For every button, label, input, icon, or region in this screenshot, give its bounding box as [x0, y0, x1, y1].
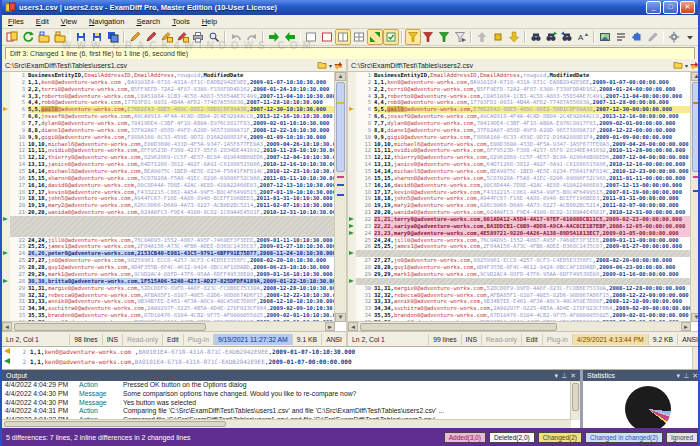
- file-line[interactable]: 65,5,gail0@adventure-works.com,E76D2EA3-…: [2, 106, 335, 113]
- menu-navigation[interactable]: Navigation: [83, 16, 130, 27]
- file-line[interactable]: 1716,16,david0@adventure-works.com,80C8D…: [2, 182, 335, 189]
- match-case-button[interactable]: A: [575, 29, 591, 45]
- file-line[interactable]: 87,7,dylan0@adventure-works.com,70419DE4…: [2, 120, 335, 127]
- file-line[interactable]: 1817,17,kevin0@adventure-works.com,F4332…: [348, 189, 691, 196]
- file-line[interactable]: 2325,25,james1@adventure-works.com,2F84A…: [2, 243, 335, 250]
- statistics-header[interactable]: Statistics ▾ ⊥ ✕: [583, 370, 700, 381]
- save-both-button[interactable]: [105, 29, 121, 45]
- current-diff-button[interactable]: [490, 29, 506, 45]
- new-session-button[interactable]: [4, 29, 20, 45]
- pin-icon[interactable]: ⊥: [683, 370, 689, 381]
- open-second-file-button[interactable]: [52, 29, 68, 45]
- file-line[interactable]: 2322,22,sariya0@adventure-works.com,BA3D…: [348, 223, 691, 230]
- file-line[interactable]: 1211,11,ovidiu0@adventure-works.com,8FF9…: [348, 147, 691, 154]
- line-inspector[interactable]: 21,1,ken0@adventure-works.com ,BA9101E4-…: [2, 346, 700, 370]
- menu-files[interactable]: Files: [2, 16, 30, 27]
- second-file-content[interactable]: 1BusinessEntityID,EmailAddressID,EmailAd…: [348, 72, 691, 322]
- chevron-down-icon[interactable]: ▾: [555, 370, 559, 381]
- file-line[interactable]: 109,9,gigi0@adventure-works.com,F888A160…: [348, 134, 691, 141]
- file-line[interactable]: 1BusinessEntityID,EmailAddressID,EmailAd…: [2, 72, 335, 79]
- file-line[interactable]: 1817,17,kevin0@adventure-works.com,F4332…: [2, 189, 335, 196]
- file-line[interactable]: 2019,19,mary2@adventure-works.com,626C80…: [348, 202, 691, 209]
- report-button[interactable]: [597, 29, 613, 45]
- scroll-down-icon[interactable]: ▼: [691, 313, 700, 322]
- file-line[interactable]: 1413,13,janice0@adventure-works.com,64D7…: [348, 161, 691, 168]
- file-line[interactable]: 1514,14,michael8@adventure-works.com,BEA…: [348, 168, 691, 175]
- file-line[interactable]: 1615,15,sharon0@adventure-works.com,5CD7…: [2, 175, 335, 182]
- file-line[interactable]: 32,2,terri0@adventure-works.com,B5FF9EFD…: [2, 86, 335, 93]
- file-line[interactable]: 2828,28,guy1@adventure-works.com,0D4F355…: [348, 264, 691, 271]
- edit-first-file-button[interactable]: [127, 29, 143, 45]
- scroll-left-icon[interactable]: ◄: [348, 322, 358, 331]
- file-line[interactable]: 3234,34,suchitra0@adventure-works.com,2A…: [2, 305, 335, 312]
- edit-indicator[interactable]: Edit: [522, 334, 543, 345]
- file-line[interactable]: 3133,33,annik0@adventure-works.com,9B34B…: [2, 298, 335, 305]
- file-line[interactable]: 76,6,jossef0@adventure-works.com,A9CA091…: [348, 113, 691, 120]
- edit-indicator[interactable]: Edit: [163, 334, 184, 345]
- file-line[interactable]: 1312,12,thierry0@adventure-works.com,829…: [2, 154, 335, 161]
- horizontal-split-button[interactable]: [351, 29, 367, 45]
- minimize-button[interactable]: _: [646, 1, 661, 14]
- auto-recompare-button[interactable]: [383, 29, 399, 45]
- swap-files-icon[interactable]: [334, 61, 343, 70]
- file-line[interactable]: 21,1,ken0@adventure-works.com ,BA9101E4-…: [2, 79, 335, 86]
- file-line[interactable]: 54,4,rob0@adventure-works.com,17703FD1-0…: [2, 99, 335, 106]
- previous-difference-button[interactable]: [282, 29, 298, 45]
- file-line[interactable]: 3233,33,annik0@adventure-works.com,9B34B…: [348, 298, 691, 305]
- open-file-icon[interactable]: [673, 61, 683, 69]
- recompare-button[interactable]: [20, 29, 36, 45]
- file-line[interactable]: 43,3,roberto0@adventure-works.com,C0A510…: [2, 93, 335, 100]
- file-line[interactable]: 2527,27,jo0@adventure-works.com,98259961…: [2, 257, 335, 264]
- second-file-vertical-scrollbar[interactable]: ▲ ▼: [690, 72, 700, 322]
- file-line[interactable]: 1615,15,sharon0@adventure-works.com,5CD7…: [348, 175, 691, 182]
- plugins-button[interactable]: [629, 29, 645, 45]
- scroll-up-icon[interactable]: ▲: [335, 72, 346, 81]
- filter-all-button[interactable]: [405, 29, 421, 45]
- file-line[interactable]: 2120,20,wanida0@adventure-works.com,024A…: [2, 209, 335, 216]
- file-line[interactable]: 1413,13,janice0@adventure-works.com,64D7…: [2, 161, 335, 168]
- file-line[interactable]: 3132,32,rebecca0@adventure-works.com,AFB…: [348, 292, 691, 299]
- filter-deleted-button[interactable]: [421, 29, 437, 45]
- scroll-down-icon[interactable]: ▼: [335, 313, 346, 322]
- maximize-button[interactable]: □: [663, 1, 678, 14]
- file-line[interactable]: 43,3,roberto0@adventure-works.com,C0A510…: [348, 93, 691, 100]
- menu-help[interactable]: Help: [196, 16, 223, 27]
- next-diff-down-button[interactable]: [506, 29, 522, 45]
- output-header[interactable]: Output ▾ ⊥ ✕: [2, 370, 580, 381]
- previous-diff-disabled-button[interactable]: [474, 29, 490, 45]
- options-gear-button[interactable]: [666, 29, 682, 45]
- file-line[interactable]: 1514,14,michael8@adventure-works.com,BEA…: [2, 168, 335, 175]
- file-line[interactable]: 2426,26,peter0@adventure-works.com,2153C…: [2, 250, 335, 257]
- edit-second-file-button[interactable]: [143, 29, 159, 45]
- print-button[interactable]: [190, 29, 206, 45]
- show-first-only-button[interactable]: [303, 29, 319, 45]
- file-line[interactable]: 3031,31,margie0@adventure-works.com,52DC…: [348, 285, 691, 292]
- file-line[interactable]: 3335,35,brandon0@adventure-works.com,87D…: [2, 312, 335, 319]
- file-line[interactable]: 2120,20,wanida0@adventure-works.com,024A…: [348, 209, 691, 216]
- file-line[interactable]: 2830,30,britta0@adventure-works.com,1F51…: [2, 278, 335, 285]
- file-line[interactable]: 1918,18,john5@adventure-works.com,A944FC…: [348, 195, 691, 202]
- file-line[interactable]: 2221,21,terry0@adventure-works.com,001AD…: [348, 216, 691, 223]
- file-line[interactable]: 2929,29,mark1@adventure-works.com,9C9D2A…: [348, 271, 691, 278]
- synchronize-scrolling-button[interactable]: [367, 29, 383, 45]
- find-next-button[interactable]: [544, 29, 560, 45]
- file-line[interactable]: 2019,19,mary2@adventure-works.com,626C80…: [2, 202, 335, 209]
- file-line[interactable]: 2628,28,guy1@adventure-works.com,0D4F355…: [2, 264, 335, 271]
- scroll-right-icon[interactable]: ►: [681, 322, 691, 331]
- readonly-second-button[interactable]: [175, 29, 191, 45]
- file-line[interactable]: 1110,10,michael6@adventure-works.com,E00…: [348, 141, 691, 148]
- file-line[interactable]: 54,4,rob0@adventure-works.com,17703FD1-0…: [348, 99, 691, 106]
- file-line[interactable]: 2423,23,mary0@adventure-works.com,4E5897…: [348, 230, 691, 237]
- print-preview-button[interactable]: [206, 29, 222, 45]
- file-line[interactable]: 3435,35,brandon0@adventure-works.com,87D…: [348, 312, 691, 319]
- file-line[interactable]: 1918,18,john5@adventure-works.com,A944FC…: [2, 195, 335, 202]
- file-line[interactable]: 1110,10,michael6@adventure-works.com,E00…: [2, 141, 335, 148]
- swap-files-icon[interactable]: [690, 61, 699, 70]
- filter-added-button[interactable]: [436, 29, 452, 45]
- chevron-down-icon[interactable]: ▾: [685, 62, 688, 69]
- file-line[interactable]: 87,7,dylan0@adventure-works.com,70419DE4…: [348, 120, 691, 127]
- file-line[interactable]: 76,6,jossef0@adventure-works.com,A9CA091…: [2, 113, 335, 120]
- find-previous-button[interactable]: [559, 29, 575, 45]
- menu-view[interactable]: View: [55, 16, 83, 27]
- scroll-up-icon[interactable]: ▲: [691, 72, 700, 81]
